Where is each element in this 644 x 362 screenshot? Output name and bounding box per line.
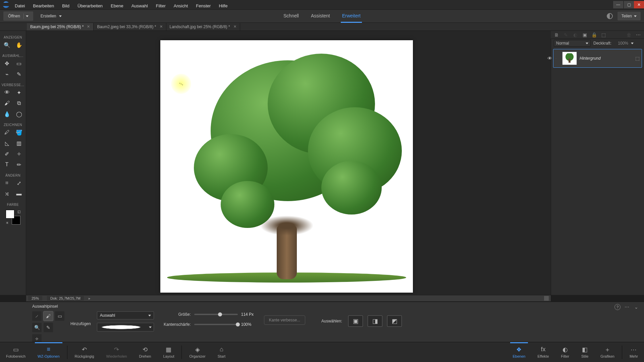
auto-selection-subtool-icon[interactable]: ✎ [44, 323, 53, 332]
share-button[interactable]: Teilen [618, 12, 641, 20]
layer-thumbnail[interactable] [562, 52, 577, 65]
sponge-tool-icon[interactable]: ◯ [15, 110, 23, 118]
redeye-tool-icon[interactable]: 👁 [3, 88, 11, 97]
window-close-button[interactable]: ✕ [634, 1, 644, 8]
lock-layer-icon[interactable]: 🔒 [591, 32, 597, 38]
quick-select-tool-icon[interactable]: ✎ [15, 70, 23, 78]
slider-thumb[interactable] [218, 312, 222, 316]
organizer-button[interactable]: ◈ Organizer [183, 344, 211, 360]
close-icon[interactable]: ✕ [233, 24, 236, 29]
tool-options-menu-icon[interactable]: ⋯ [624, 304, 630, 310]
menu-hilfe[interactable]: Hilfe [217, 3, 229, 9]
window-minimize-button[interactable]: — [613, 1, 623, 8]
collapse-icon[interactable]: ⌄ [633, 304, 639, 310]
blur-tool-icon[interactable]: 💧 [3, 110, 11, 118]
pencil-tool-icon[interactable]: ✏ [15, 160, 23, 169]
adjustment-layer-icon[interactable]: ◐ [572, 32, 578, 38]
document-tab[interactable]: Baum.jpeg bei 25% (RGB/8) * ✕ [27, 23, 94, 31]
brush-tool-icon[interactable]: 🖊 [3, 128, 11, 137]
straighten-tool-icon[interactable]: ▬ [15, 189, 23, 198]
chevron-down-icon[interactable] [631, 43, 634, 44]
layer-name[interactable]: Hintergrund [580, 56, 633, 61]
brush-preset-select[interactable] [97, 323, 154, 331]
menu-fenster[interactable]: Fenster [195, 3, 212, 9]
menu-ueberarbeiten[interactable]: Überarbeiten [76, 3, 104, 9]
document-canvas[interactable] [160, 40, 413, 293]
mask-icon[interactable]: ▣ [582, 32, 588, 38]
effects-button[interactable]: fx Effekte [531, 344, 555, 360]
size-slider[interactable] [194, 314, 238, 315]
size-value[interactable]: 114 Px [241, 312, 258, 317]
selection-brush-subtool-icon[interactable]: ⟋ [32, 311, 42, 321]
menu-bearbeiten[interactable]: Bearbeiten [32, 3, 55, 9]
selection-mode-select[interactable]: Auswahl [97, 311, 154, 319]
menu-ansicht[interactable]: Ansicht [172, 3, 190, 9]
blend-mode-select[interactable]: Normal [554, 40, 591, 47]
hardness-slider[interactable] [194, 324, 238, 325]
menu-filter[interactable]: Filter [155, 3, 167, 9]
mode-tab-guided[interactable]: Assistent [310, 10, 331, 23]
status-menu-icon[interactable]: ▸ [89, 296, 91, 301]
hand-tool-icon[interactable]: ✋ [15, 41, 23, 49]
lock-icon[interactable]: ⬚ [635, 56, 640, 61]
close-icon[interactable]: ✕ [160, 24, 163, 29]
mode-tab-expert[interactable]: Erweitert [341, 10, 362, 23]
layer-visibility-icon[interactable]: 👁 [547, 56, 553, 61]
quick-selection-subtool-icon[interactable]: 🖌 [44, 311, 53, 321]
layout-button[interactable]: ▦ Layout [157, 344, 180, 360]
smart-brush-tool-icon[interactable]: 🖌 [3, 99, 11, 108]
eraser-tool-icon[interactable]: ◺ [3, 139, 11, 147]
layers-button[interactable]: ❖ Ebenen [507, 344, 532, 360]
rotate-button[interactable]: ⟲ Drehen [133, 344, 157, 360]
document-tab[interactable]: Landschaft.jpg bei 25% (RGB/8) * ✕ [166, 23, 240, 31]
refine-edge-button[interactable]: Kante verbesse... [264, 315, 305, 325]
menu-datei[interactable]: Datei [13, 3, 26, 9]
swap-colors-icon[interactable]: ⤭ [6, 221, 8, 225]
color-swatches[interactable]: ◱ ⤭ [6, 210, 20, 225]
window-maximize-button[interactable]: ▢ [624, 1, 634, 8]
shape-tool-icon[interactable]: ✧ [15, 149, 23, 158]
select-background-icon[interactable]: ◩ [387, 315, 402, 327]
styles-button[interactable]: ◧ Stile [575, 344, 594, 360]
create-button[interactable]: Erstellen [37, 12, 65, 20]
tool-options-button[interactable]: ≡ WZ-Optionen [32, 344, 65, 360]
foreground-color-swatch[interactable] [6, 210, 14, 219]
spot-heal-tool-icon[interactable]: ✦ [15, 88, 23, 97]
layer-row[interactable]: 👁 · Hintergrund ⬚ [553, 49, 642, 68]
opacity-value[interactable]: 100% [614, 41, 628, 46]
mode-tab-quick[interactable]: Schnell [282, 10, 300, 23]
paint-bucket-tool-icon[interactable]: 🪣 [15, 128, 23, 137]
refine-selection-subtool-icon[interactable]: 🔍 [32, 323, 42, 332]
fx-icon[interactable]: ⬚ [600, 32, 606, 38]
panel-menu-icon[interactable]: ⋯ [635, 32, 641, 38]
content-move-tool-icon[interactable]: ⤭ [3, 189, 11, 198]
theme-toggle-icon[interactable] [607, 13, 613, 19]
filters-button[interactable]: ◐ Filter [555, 344, 575, 360]
gradient-tool-icon[interactable]: ▥ [15, 139, 23, 147]
zoom-tool-icon[interactable]: 🔍 [3, 41, 11, 49]
graphics-button[interactable]: ＋ Grafiken [594, 344, 621, 360]
marquee-tool-icon[interactable]: ▭ [15, 59, 23, 68]
more-button[interactable]: ⋯ Mehr [624, 344, 644, 360]
redo-button[interactable]: ↷ Wiederholen [100, 344, 133, 360]
hardness-value[interactable]: 100% [241, 322, 258, 327]
move-tool-icon[interactable]: ✥ [3, 59, 11, 68]
new-group-icon[interactable]: ✎ [563, 32, 569, 38]
magic-wand-subtool-icon[interactable]: ▭ [55, 311, 64, 321]
select-sky-icon[interactable]: ◨ [368, 315, 382, 327]
zoom-level[interactable]: 25% [28, 296, 42, 301]
start-button[interactable]: ⌂ Start [212, 344, 231, 360]
lasso-tool-icon[interactable]: ⌁ [3, 70, 11, 78]
slider-thumb[interactable] [236, 322, 240, 326]
close-icon[interactable]: ✕ [87, 24, 90, 29]
menu-ebene[interactable]: Ebene [109, 3, 125, 9]
photobin-button[interactable]: ▭ Fotobereich [0, 344, 32, 360]
clone-stamp-tool-icon[interactable]: ⧉ [15, 99, 23, 108]
open-button[interactable]: Öffnen [3, 11, 33, 21]
recompose-tool-icon[interactable]: ⤢ [15, 179, 23, 187]
default-colors-icon[interactable]: ◱ [17, 210, 20, 214]
select-subject-icon[interactable]: ▣ [348, 315, 363, 327]
menu-auswahl[interactable]: Auswahl [130, 3, 149, 9]
document-tab[interactable]: Baum2.jpeg bei 33,3% (RGB/8) * ✕ [94, 23, 166, 31]
undo-button[interactable]: ↶ Rückgängig [69, 344, 100, 360]
